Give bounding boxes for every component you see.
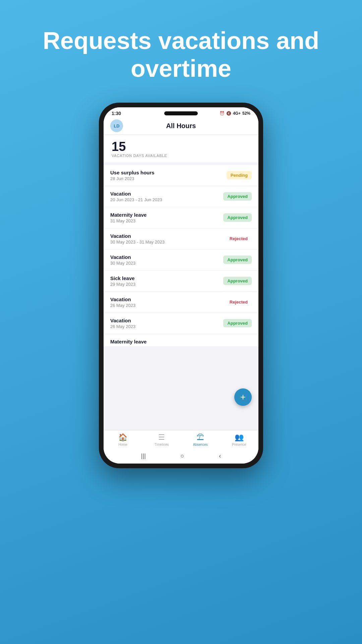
back-button[interactable]: ‹ xyxy=(219,452,221,460)
item-type-7: Vacation xyxy=(110,318,135,323)
item-type-6: Vacation xyxy=(110,297,135,302)
item-date-4: 30 May 2023 xyxy=(110,261,135,266)
item-date-2: 31 May 2023 xyxy=(110,218,146,223)
partial-item-type: Maternity leave xyxy=(110,339,252,344)
page-title: All Hours xyxy=(166,122,196,130)
menu-button[interactable]: ||| xyxy=(141,452,146,460)
item-date-0: 28 Jun 2023 xyxy=(110,176,155,181)
add-button[interactable]: + xyxy=(234,388,252,406)
list-item[interactable]: Maternity leave 31 May 2023 Approved xyxy=(104,207,258,228)
status-badge-3: Rejected xyxy=(226,234,252,243)
nav-item-presence[interactable]: 👥 Presence xyxy=(220,433,259,446)
mute-icon: 🔇 xyxy=(226,111,231,116)
list-item[interactable]: Vacation 20 Jun 2023 - 21 Jun 2023 Appro… xyxy=(104,186,258,207)
list-item[interactable]: Sick leave 29 May 2023 Approved xyxy=(104,271,258,292)
vacation-count: 15 xyxy=(112,140,250,153)
item-type-5: Sick leave xyxy=(110,275,135,281)
status-bar: 1:30 ⏰ 🔇 4G+ 52% xyxy=(104,107,258,118)
nav-item-timelines[interactable]: ☰ Timelines xyxy=(142,433,181,446)
item-type-0: Use surplus hours xyxy=(110,170,155,175)
status-badge-0: Pending xyxy=(227,171,252,179)
item-date-5: 29 May 2023 xyxy=(110,282,135,287)
nav-icon-3: 👥 xyxy=(235,433,244,442)
nav-label-2: Absences xyxy=(193,443,208,446)
vacation-banner: 15 VACATION DAYS AVAILABLE xyxy=(104,135,258,162)
item-date-1: 20 Jun 2023 - 21 Jun 2023 xyxy=(110,197,162,202)
phone-frame: 1:30 ⏰ 🔇 4G+ 52% LD All Hours 15 VACATIO… xyxy=(99,103,263,468)
status-badge-7: Approved xyxy=(223,319,252,327)
nav-icon-2: ⛱ xyxy=(197,433,204,442)
status-badge-2: Approved xyxy=(223,213,252,222)
status-time: 1:30 xyxy=(112,111,121,116)
phone-screen: 1:30 ⏰ 🔇 4G+ 52% LD All Hours 15 VACATIO… xyxy=(104,107,258,464)
status-badge-5: Approved xyxy=(223,277,252,285)
hero-title: Requests vacations and overtime xyxy=(0,27,362,83)
partial-list-item[interactable]: Maternity leave xyxy=(104,334,258,347)
status-icons: ⏰ 🔇 4G+ 52% xyxy=(220,111,250,116)
status-badge-1: Approved xyxy=(223,192,252,201)
nav-label-3: Presence xyxy=(232,443,246,446)
item-date-7: 26 May 2023 xyxy=(110,324,135,329)
list-item[interactable]: Vacation 30 May 2023 Approved xyxy=(104,250,258,271)
nav-label-0: Home xyxy=(118,443,127,446)
nav-icon-0: 🏠 xyxy=(118,433,127,442)
app-header: LD All Hours xyxy=(104,118,258,135)
signal-icon: 4G+ xyxy=(233,111,241,116)
item-type-2: Maternity leave xyxy=(110,212,146,218)
avatar[interactable]: LD xyxy=(110,119,123,132)
bottom-nav: 🏠 Home ☰ Timelines ⛱ Absences 👥 Presence xyxy=(104,430,258,448)
item-date-3: 30 May 2023 - 31 May 2023 xyxy=(110,239,165,245)
system-nav: ||| ○ ‹ xyxy=(104,448,258,464)
nav-item-absences[interactable]: ⛱ Absences xyxy=(181,433,220,446)
list-item[interactable]: Vacation 30 May 2023 - 31 May 2023 Rejec… xyxy=(104,228,258,250)
item-type-4: Vacation xyxy=(110,254,135,260)
nav-label-1: Timelines xyxy=(155,443,169,446)
nav-icon-1: ☰ xyxy=(158,433,165,442)
battery-icon: 52% xyxy=(242,111,250,116)
home-button[interactable]: ○ xyxy=(181,452,184,460)
nav-item-home[interactable]: 🏠 Home xyxy=(104,433,142,446)
list-container: Use surplus hours 28 Jun 2023 Pending Va… xyxy=(104,165,258,430)
list-item[interactable]: Vacation 26 May 2023 Rejected xyxy=(104,292,258,313)
request-list: Use surplus hours 28 Jun 2023 Pending Va… xyxy=(104,165,258,334)
alarm-icon: ⏰ xyxy=(220,111,225,116)
list-item[interactable]: Use surplus hours 28 Jun 2023 Pending xyxy=(104,165,258,186)
list-item[interactable]: Vacation 26 May 2023 Approved xyxy=(104,313,258,334)
item-date-6: 26 May 2023 xyxy=(110,303,135,308)
item-type-3: Vacation xyxy=(110,233,165,239)
vacation-label: VACATION DAYS AVAILABLE xyxy=(112,154,250,158)
status-badge-6: Rejected xyxy=(226,298,252,306)
item-type-1: Vacation xyxy=(110,191,162,197)
status-badge-4: Approved xyxy=(223,256,252,264)
